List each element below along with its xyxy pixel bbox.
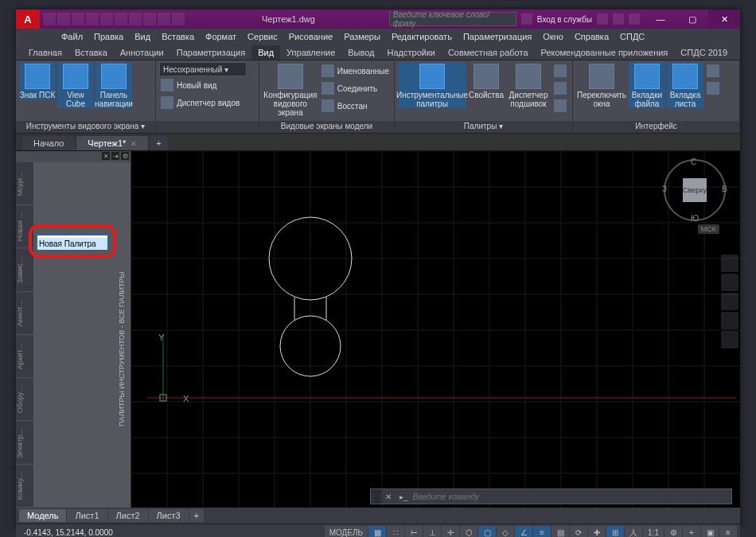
interface-extra-2[interactable] <box>705 80 721 97</box>
status-lwt-icon[interactable]: ≡ <box>533 526 551 538</box>
qat-redo-icon[interactable] <box>129 13 142 25</box>
maximize-button[interactable]: ▢ <box>676 10 708 29</box>
file-tab-new[interactable]: + <box>150 136 167 150</box>
ribbon-tab-home[interactable]: Главная <box>22 45 68 60</box>
vtab-elec[interactable]: Электр… <box>16 422 33 465</box>
menu-spds[interactable]: СПДС <box>614 32 650 41</box>
nav-wheel-icon[interactable] <box>721 255 738 272</box>
wcs-label[interactable]: МСК <box>698 224 719 234</box>
status-clean-icon[interactable]: ▣ <box>701 526 719 538</box>
qat-open-icon[interactable] <box>57 13 70 25</box>
menu-window[interactable]: Окно <box>537 32 569 41</box>
status-ortho-icon[interactable]: ⊥ <box>423 526 441 538</box>
menu-tools[interactable]: Сервис <box>242 32 283 41</box>
status-ws-icon[interactable]: ⚙ <box>664 526 682 538</box>
ribbon-tab-view[interactable]: Вид <box>251 45 280 60</box>
ribbon-tab-insert[interactable]: Вставка <box>68 45 114 60</box>
help-icon[interactable] <box>629 14 640 25</box>
tab-layout3[interactable]: Лист3 <box>149 509 189 522</box>
panel-title[interactable]: Палитры ▾ <box>395 121 572 133</box>
qat-saveas-icon[interactable] <box>86 13 99 25</box>
menu-view[interactable]: Вид <box>129 32 156 41</box>
palette-menu-icon[interactable]: ⚙ <box>121 152 129 160</box>
nav-zoom-icon[interactable] <box>721 293 738 310</box>
btn-named-vp[interactable]: Именованные <box>320 62 391 80</box>
status-grid-icon[interactable]: ▦ <box>368 526 386 538</box>
qat-plot-icon[interactable] <box>100 13 113 25</box>
ribbon-tab-parametric[interactable]: Параметризация <box>170 45 251 60</box>
ribbon-tab-featured[interactable]: Рекомендованные приложения <box>535 45 675 60</box>
status-infer-icon[interactable]: ⊢ <box>405 526 423 538</box>
ribbon-tab-output[interactable]: Вывод <box>341 45 380 60</box>
menu-insert[interactable]: Вставка <box>156 32 200 41</box>
status-custom-icon[interactable]: ≡ <box>719 526 737 538</box>
cloud-icon[interactable] <box>597 14 608 25</box>
viewcube-dir-s[interactable]: Ю <box>691 214 699 223</box>
status-scale[interactable]: 1:1 <box>643 526 664 538</box>
file-tab-drawing[interactable]: Чертеж1*✕ <box>76 136 148 150</box>
interface-extra-1[interactable] <box>705 62 721 80</box>
exchange-icon[interactable] <box>613 14 624 25</box>
palette-extra-3[interactable] <box>552 97 568 115</box>
btn-sheetset[interactable]: Диспетчер подшивок <box>506 62 551 108</box>
cmdline-grip-icon[interactable]: ⋮⋮ <box>371 489 382 504</box>
vtab-arch[interactable]: Архит… <box>16 335 33 378</box>
menu-format[interactable]: Формат <box>200 32 242 41</box>
menu-draw[interactable]: Рисование <box>283 32 338 41</box>
qat-share-icon[interactable] <box>172 13 185 25</box>
status-snap-icon[interactable]: ∷ <box>387 526 404 538</box>
btn-join-vp[interactable]: Соединить <box>320 80 391 97</box>
view-combo[interactable]: Несохраненный ▾ <box>159 62 247 76</box>
cmdline-close-icon[interactable]: ✕ <box>382 492 395 501</box>
app-logo-icon[interactable]: A <box>16 10 40 29</box>
command-input[interactable] <box>413 492 731 501</box>
panel-title[interactable]: Инструменты видового экрана ▾ <box>16 121 155 133</box>
menu-parametric[interactable]: Параметризация <box>458 32 537 41</box>
close-button[interactable]: ✕ <box>708 10 740 29</box>
status-polar-icon[interactable]: ✛ <box>442 526 459 538</box>
ribbon-tab-collab[interactable]: Совместная работа <box>442 45 535 60</box>
status-model-button[interactable]: МОДЕЛЬ <box>325 526 368 538</box>
ribbon-tab-manage[interactable]: Управление <box>280 45 341 60</box>
btn-properties[interactable]: Свойства <box>468 62 505 99</box>
btn-navbar[interactable]: Панель навигации <box>95 62 132 108</box>
ribbon-tab-spds[interactable]: СПДС 2019 <box>674 45 734 60</box>
vtab-mech[interactable]: Обору… <box>16 378 33 421</box>
palette-body[interactable] <box>33 162 131 508</box>
file-tab-start[interactable]: Начало <box>22 136 75 150</box>
vtab-new[interactable]: Новая … <box>16 205 33 248</box>
viewcube-face[interactable]: Сверху <box>683 178 707 202</box>
user-icon[interactable] <box>521 14 532 25</box>
qat-undo-icon[interactable] <box>115 13 127 25</box>
btn-view-manager[interactable]: Диспетчер видов <box>159 94 247 111</box>
status-isodraft-icon[interactable]: ⬡ <box>460 526 477 538</box>
tab-model[interactable]: Модель <box>19 509 66 522</box>
status-otrack-icon[interactable]: ∠ <box>515 526 532 538</box>
vtab-annotation[interactable]: Аннот… <box>16 292 33 335</box>
drawing-canvas[interactable]: X Y Сверху С Ю В З МСК ⋮⋮ <box>131 151 740 508</box>
nav-orbit-icon[interactable] <box>721 312 738 329</box>
status-osnap-icon[interactable]: ▢ <box>478 526 496 538</box>
vtab-constraints[interactable]: Завис… <box>16 249 33 292</box>
palette-extra-2[interactable] <box>552 80 568 97</box>
menu-file[interactable]: Файл <box>56 32 88 41</box>
ribbon-tab-annotate[interactable]: Аннотации <box>114 45 170 60</box>
tab-layout2[interactable]: Лист2 <box>108 509 148 522</box>
qat-print-icon[interactable] <box>143 13 156 25</box>
btn-new-view[interactable]: Новый вид <box>159 76 247 94</box>
signin-link[interactable]: Вход в службы <box>537 15 592 24</box>
status-monitor-icon[interactable]: + <box>683 526 700 538</box>
palette-close-icon[interactable]: ✕ <box>102 152 110 160</box>
palette-extra-1[interactable] <box>552 62 568 80</box>
ribbon-tab-addins[interactable]: Надстройки <box>381 45 442 60</box>
menu-modify[interactable]: Редактировать <box>386 32 458 41</box>
palette-rename-input[interactable] <box>37 238 107 250</box>
viewcube-dir-w[interactable]: З <box>662 185 667 193</box>
btn-restore-vp[interactable]: Восстан <box>320 97 391 115</box>
qat-save-icon[interactable] <box>72 13 84 25</box>
status-qp-icon[interactable]: ⊞ <box>606 526 624 538</box>
close-tab-icon[interactable]: ✕ <box>131 140 137 148</box>
status-3dosnap-icon[interactable]: ◇ <box>497 526 514 538</box>
qat-dropdown-icon[interactable] <box>158 13 170 25</box>
btn-file-tabs[interactable]: Вкладки файла <box>629 62 665 108</box>
